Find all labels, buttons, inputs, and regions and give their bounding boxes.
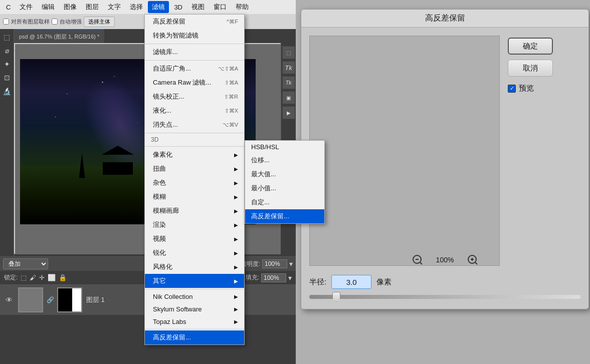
- dialog-preview-area[interactable]: [309, 36, 500, 266]
- panel-icon-2[interactable]: Tk: [282, 61, 295, 74]
- menu-render[interactable]: 渲染 ▶: [145, 218, 244, 232]
- panel-icon-1[interactable]: ⬚: [282, 46, 295, 59]
- menu-topaz[interactable]: Topaz Labs ▶: [145, 315, 244, 328]
- panel-icon-5[interactable]: ▶: [282, 106, 295, 119]
- fill-label: 填充:: [246, 273, 259, 282]
- filter-dropdown-menu: 高反差保留 ^⌘F 转换为智能滤镜 滤镜库... 自适应广角... ⌥⇧⌘A C…: [144, 14, 245, 345]
- menu-text[interactable]: 文字: [104, 1, 125, 13]
- radius-input[interactable]: [331, 275, 371, 289]
- sub-custom[interactable]: 自定...: [245, 195, 324, 209]
- cancel-button[interactable]: 取消: [508, 60, 553, 77]
- menu-lens-correction[interactable]: 镜头校正... ⇧⌘R: [145, 90, 244, 104]
- sub-minimum[interactable]: 最小值...: [245, 181, 324, 195]
- preview-label: 预览: [519, 84, 534, 93]
- menu-sharpen[interactable]: 锐化 ▶: [145, 246, 244, 260]
- house-silhouette: [103, 155, 133, 175]
- highpass-dialog: 高反差保留 确定 取消 ✓ 预览 100%: [301, 9, 589, 309]
- zoom-in-icon: [467, 254, 478, 265]
- sub-maximum[interactable]: 最大值...: [245, 167, 324, 181]
- lasso-tool[interactable]: ⌀: [1, 44, 14, 57]
- menu-pixelate[interactable]: 像素化 ▶: [145, 148, 244, 162]
- menu-stylize[interactable]: 风格化 ▶: [145, 260, 244, 274]
- menu-divider-3: [145, 133, 244, 133]
- menu-window[interactable]: 窗口: [210, 1, 231, 13]
- confirm-button[interactable]: 确定: [508, 38, 553, 55]
- menu-divider-2: [145, 60, 244, 61]
- zoom-row: 100%: [309, 253, 580, 267]
- lock-all-icon[interactable]: 🔒: [59, 274, 67, 281]
- menu-bar: C 文件 编辑 图像 图层 文字 选择 滤镜 3D 视图 窗口 帮助: [0, 0, 296, 14]
- fill-input[interactable]: [261, 273, 286, 282]
- menu-nik-collection[interactable]: Nik Collection ▶: [145, 290, 244, 303]
- menu-other[interactable]: 其它 ▶: [145, 274, 244, 288]
- document-tab[interactable]: psd @ 16.7% (图层 1, RGB/16) *: [14, 29, 104, 43]
- layer-visibility-icon[interactable]: 👁: [4, 295, 14, 305]
- zoom-out-icon: [412, 254, 423, 265]
- menu-3d[interactable]: 3D: [170, 2, 186, 13]
- menu-video[interactable]: 视频 ▶: [145, 232, 244, 246]
- menu-blur-gallery[interactable]: 模糊画廊 ▶: [145, 204, 244, 218]
- menu-liquify[interactable]: 液化... ⇧⌘X: [145, 104, 244, 118]
- menu-high-pass-apply[interactable]: 高反差保留...: [145, 330, 244, 344]
- crop-tool[interactable]: ⊡: [1, 71, 14, 84]
- lock-move-icon[interactable]: ✛: [39, 274, 45, 281]
- preview-checkbox[interactable]: ✓: [508, 85, 516, 93]
- marquee-tool[interactable]: ⬚: [1, 31, 14, 44]
- dialog-bottom-controls: 100% 半径: 像素: [309, 253, 580, 299]
- menu-high-pass[interactable]: 高反差保留 ^⌘F: [145, 15, 244, 29]
- sub-high-pass[interactable]: 高反差保留...: [245, 209, 324, 223]
- lock-artboard-icon[interactable]: ⬜: [48, 274, 56, 281]
- magic-wand-tool[interactable]: ✦: [1, 58, 14, 71]
- menu-blur[interactable]: 模糊 ▶: [145, 190, 244, 204]
- sample-all-layers-checkbox[interactable]: [3, 19, 9, 25]
- menu-layer[interactable]: 图层: [82, 1, 103, 13]
- radius-slider-track[interactable]: [309, 295, 580, 299]
- svg-line-6: [475, 262, 477, 264]
- dialog-body: 确定 取消 ✓ 预览: [301, 28, 588, 274]
- menu-divider-1: [145, 44, 244, 44]
- layer-thumbnail: [18, 287, 43, 312]
- menu-c[interactable]: C: [2, 2, 15, 13]
- fill-dropdown-icon[interactable]: ▾: [288, 274, 292, 282]
- menu-camera-raw[interactable]: Camera Raw 滤镜... ⇧⌘A: [145, 76, 244, 90]
- house-roof: [102, 146, 134, 155]
- high-pass-shortcut: ^⌘F: [227, 19, 238, 25]
- svg-line-2: [420, 262, 422, 264]
- menu-filter[interactable]: 滤镜: [148, 1, 169, 13]
- menu-convert-smart[interactable]: 转换为智能滤镜: [145, 29, 244, 43]
- lock-transparency-icon[interactable]: ⬚: [21, 274, 27, 281]
- layer-link-icon[interactable]: 🔗: [47, 287, 53, 312]
- sub-hsb-hsl[interactable]: HSB/HSL: [245, 141, 324, 153]
- menu-file[interactable]: 文件: [16, 1, 37, 13]
- panel-icon-4[interactable]: ▣: [282, 91, 295, 104]
- menu-skylum[interactable]: Skylum Software ▶: [145, 303, 244, 315]
- zoom-out-button[interactable]: [411, 253, 425, 267]
- menu-view[interactable]: 视图: [187, 1, 209, 13]
- menu-noise[interactable]: 杂色 ▶: [145, 176, 244, 190]
- lock-label: 锁定:: [4, 273, 18, 282]
- menu-adaptive-wide[interactable]: 自适应广角... ⌥⇧⌘A: [145, 62, 244, 76]
- dialog-title-bar: 高反差保留: [301, 10, 588, 28]
- opacity-input[interactable]: [262, 259, 287, 268]
- opacity-dropdown-icon[interactable]: ▾: [289, 260, 293, 268]
- menu-help[interactable]: 帮助: [232, 1, 253, 13]
- zoom-in-button[interactable]: [466, 253, 480, 267]
- select-subject-button[interactable]: 选择主体: [84, 17, 115, 27]
- radius-slider-thumb[interactable]: [332, 292, 340, 302]
- menu-distort[interactable]: 扭曲 ▶: [145, 162, 244, 176]
- auto-enhance-checkbox[interactable]: [52, 19, 58, 25]
- menu-vanishing-point[interactable]: 消失点... ⌥⌘V: [145, 118, 244, 132]
- menu-edit[interactable]: 编辑: [38, 1, 59, 13]
- sub-offset[interactable]: 位移...: [245, 153, 324, 167]
- auto-enhance-label: 自动增强: [60, 18, 82, 26]
- menu-select[interactable]: 选择: [126, 1, 147, 13]
- menu-image[interactable]: 图像: [60, 1, 81, 13]
- menu-filter-gallery[interactable]: 滤镜库...: [145, 45, 244, 59]
- zoom-value: 100%: [433, 256, 458, 264]
- eyedropper-tool[interactable]: 🔬: [1, 85, 14, 98]
- radius-label: 半径:: [309, 277, 326, 287]
- other-submenu: HSB/HSL 位移... 最大值... 最小值... 自定... 高反差保留.…: [245, 140, 325, 224]
- panel-icon-3[interactable]: Tk: [282, 76, 295, 89]
- blend-mode-select[interactable]: 叠加: [3, 258, 48, 269]
- lock-paint-icon[interactable]: 🖌: [30, 274, 36, 281]
